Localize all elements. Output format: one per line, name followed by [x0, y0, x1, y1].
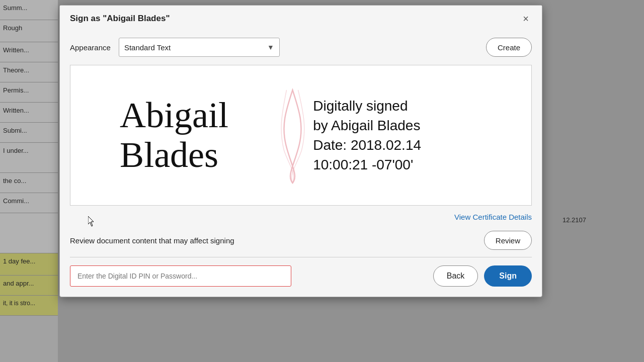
appearance-select-value: Standard Text [124, 43, 171, 52]
appearance-select[interactable]: Standard Text ▼ [119, 38, 280, 57]
close-button[interactable]: × [520, 13, 532, 25]
appearance-left: Appearance Standard Text ▼ [70, 38, 280, 57]
action-buttons: Back Sign [433, 265, 532, 287]
chevron-down-icon: ▼ [267, 43, 274, 51]
sign-button[interactable]: Sign [484, 265, 532, 287]
signature-details: Digitally signed by Abigail Blades Date:… [308, 65, 531, 205]
adobe-ribbon-icon [279, 85, 307, 186]
signature-name-large: Abigail Blades [70, 65, 278, 205]
create-button[interactable]: Create [486, 38, 532, 57]
cert-link[interactable]: View Certificate Details [454, 213, 532, 221]
cert-link-row: View Certificate Details [70, 213, 532, 222]
sig-line4: 10:00:21 -07'00' [313, 157, 413, 172]
signature-name-line1: Abigail [120, 95, 228, 135]
dialog-titlebar: Sign as "Abigail Blades" × [60, 6, 542, 32]
pin-row: Back Sign [70, 265, 532, 287]
signature-name-text: Abigail Blades [120, 96, 228, 175]
back-button[interactable]: Back [433, 265, 478, 287]
sig-line2: by Abigail Blades [313, 118, 420, 133]
signature-name-line2: Blades [120, 135, 218, 175]
sig-line1: Digitally signed [313, 98, 408, 114]
review-button[interactable]: Review [484, 231, 532, 250]
sig-line3: Date: 2018.02.14 [313, 137, 421, 153]
review-text: Review document content that may affect … [70, 236, 234, 245]
sign-dialog: Sign as "Abigail Blades" × Appearance St… [59, 5, 542, 297]
appearance-row: Appearance Standard Text ▼ Create [70, 38, 532, 57]
pin-input[interactable] [70, 265, 291, 287]
signature-details-text: Digitally signed by Abigail Blades Date:… [313, 96, 421, 175]
signature-divider [278, 65, 308, 205]
appearance-label: Appearance [70, 43, 111, 52]
dialog-title: Sign as "Abigail Blades" [70, 14, 170, 24]
signature-preview: Abigail Blades Digitally signed by Abiga… [70, 65, 532, 206]
review-row: Review document content that may affect … [70, 231, 532, 250]
divider-line [70, 257, 532, 257]
dialog-body: Appearance Standard Text ▼ Create Abigai… [60, 32, 542, 297]
